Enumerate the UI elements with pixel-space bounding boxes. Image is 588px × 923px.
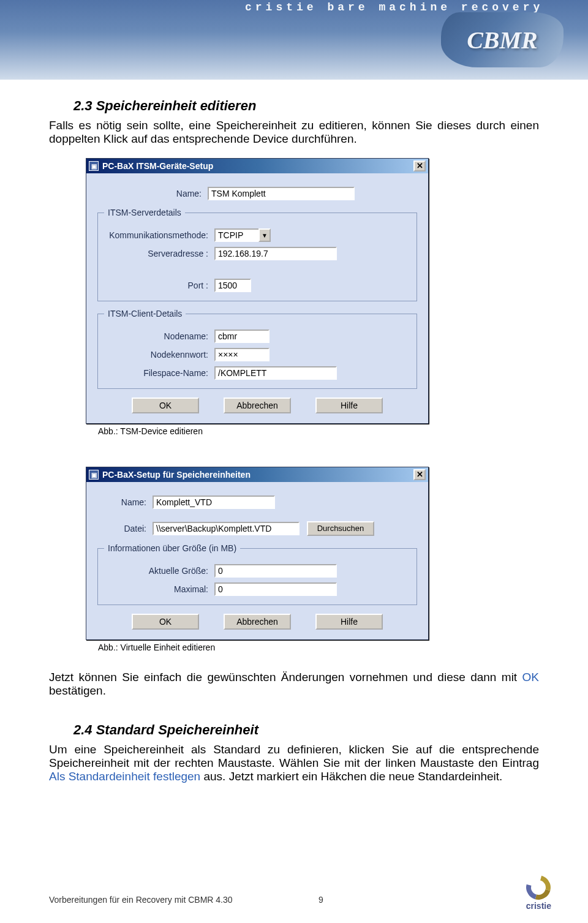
ok-button[interactable]: OK — [132, 397, 199, 413]
section-2-3-para: Falls es nötig sein sollte, eine Speiche… — [49, 119, 539, 146]
name-label: Name: — [97, 497, 153, 507]
text: aus. Jetzt markiert ein Häkchen die neue… — [200, 770, 502, 783]
close-icon[interactable]: ✕ — [413, 469, 426, 480]
header-tagline: cristie bare machine recovery — [245, 1, 543, 13]
browse-button[interactable]: Durchsuchen — [307, 521, 374, 536]
text: Um eine Speichereinheit als Standard zu … — [49, 743, 539, 769]
server-address-label: Serveradresse : — [104, 249, 214, 258]
caption-1: Abb.: TSM-Device editieren — [98, 426, 539, 436]
titlebar: ▣ PC-BaX-Setup für Speichereinheiten ✕ — [86, 467, 428, 482]
filespace-label: Filespace-Name: — [104, 368, 214, 378]
page-footer: Vorbereitungen für ein Recovery mit CBMR… — [49, 895, 539, 905]
help-button[interactable]: Hilfe — [315, 614, 383, 630]
caption-2: Abb.: Virtuelle Einheit editieren — [98, 642, 539, 652]
server-address-input[interactable] — [214, 247, 337, 260]
page-header: cristie bare machine recovery CBMR — [0, 0, 588, 80]
text: Jetzt können Sie einfach die gewünschten… — [49, 671, 522, 684]
file-label: Datei: — [97, 524, 153, 533]
file-input[interactable] — [153, 522, 300, 535]
close-icon[interactable]: ✕ — [413, 160, 426, 171]
dialog-title: PC-BaX ITSM-Geräte-Setup — [102, 161, 413, 171]
cancel-button[interactable]: Abbrechen — [224, 614, 291, 630]
max-size-label: Maximal: — [104, 584, 214, 594]
current-size-input[interactable] — [214, 564, 337, 578]
section-2-3-closing: Jetzt können Sie einfach die gewünschten… — [49, 671, 539, 698]
app-icon: ▣ — [89, 470, 99, 480]
itsm-server-fieldset: ITSM-Serverdetails Kommunikationsmethode… — [97, 208, 417, 301]
itsm-server-legend: ITSM-Serverdetails — [104, 208, 185, 217]
size-info-fieldset: Informationen über Größe (in MB) Aktuell… — [97, 543, 417, 605]
header-logo: CBMR — [441, 12, 564, 67]
app-icon: ▣ — [89, 161, 99, 171]
port-label: Port : — [104, 281, 214, 290]
name-label: Name: — [97, 189, 208, 198]
nodepassword-label: Nodekennwort: — [104, 350, 214, 360]
comm-method-label: Kommunikationsmethode: — [104, 230, 214, 240]
current-size-label: Aktuelle Größe: — [104, 566, 214, 576]
size-info-legend: Informationen über Größe (in MB) — [104, 543, 240, 553]
nodepassword-input[interactable] — [214, 348, 270, 361]
ok-keyword: OK — [522, 671, 539, 684]
titlebar: ▣ PC-BaX ITSM-Geräte-Setup ✕ — [86, 159, 428, 173]
text: bestätigen. — [49, 684, 106, 697]
cristie-logo-icon: cristie — [526, 875, 551, 911]
name-input[interactable] — [153, 495, 275, 509]
footer-text: Vorbereitungen für ein Recovery mit CBMR… — [49, 895, 233, 905]
name-input[interactable] — [208, 187, 355, 200]
section-2-4-heading: 2.4 Standard Speichereinheit — [74, 722, 539, 738]
dialog-title: PC-BaX-Setup für Speichereinheiten — [102, 470, 413, 480]
max-size-input[interactable] — [214, 582, 337, 596]
nodename-input[interactable] — [214, 330, 270, 343]
page-number: 9 — [318, 895, 323, 905]
section-2-3-heading: 2.3 Speichereinheit editieren — [74, 98, 539, 114]
brand-text: cristie — [526, 901, 551, 911]
menu-item-keyword: Als Standardeinheit festlegen — [49, 770, 200, 783]
filespace-input[interactable] — [214, 366, 337, 380]
nodename-label: Nodename: — [104, 331, 214, 341]
dialog-tsm-device: ▣ PC-BaX ITSM-Geräte-Setup ✕ Name: ITSM-… — [86, 158, 429, 424]
cancel-button[interactable]: Abbrechen — [224, 397, 291, 413]
chevron-down-icon[interactable]: ▼ — [258, 228, 271, 242]
help-button[interactable]: Hilfe — [315, 397, 383, 413]
comm-method-select[interactable]: ▼ — [214, 228, 271, 242]
itsm-client-legend: ITSM-Client-Details — [104, 309, 186, 318]
ok-button[interactable]: OK — [132, 614, 199, 630]
comm-method-value[interactable] — [214, 228, 258, 242]
dialog-storage-unit: ▣ PC-BaX-Setup für Speichereinheiten ✕ N… — [86, 467, 429, 640]
port-input[interactable] — [214, 279, 251, 292]
section-2-4-para: Um eine Speichereinheit als Standard zu … — [49, 743, 539, 783]
itsm-client-fieldset: ITSM-Client-Details Nodename: Nodekennwo… — [97, 309, 417, 389]
